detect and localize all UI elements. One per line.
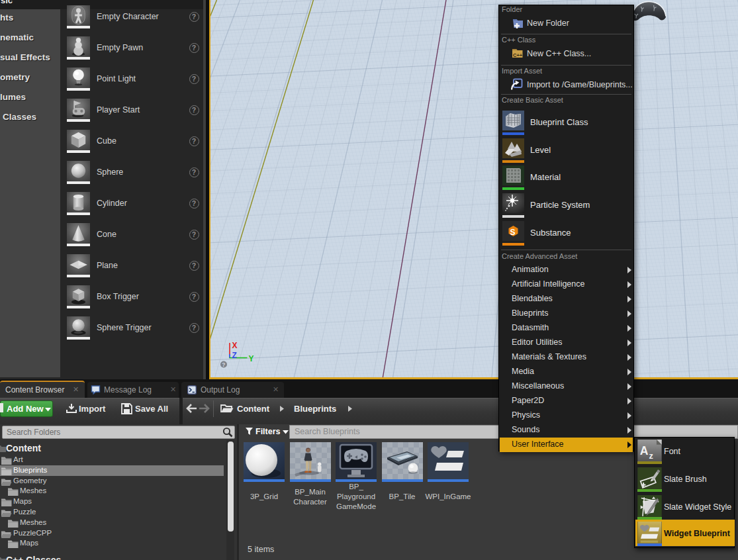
svg-text:z: z: [649, 451, 653, 461]
svg-text:X: X: [232, 341, 237, 350]
svg-text:?: ?: [222, 361, 225, 368]
svg-text:Y: Y: [248, 354, 254, 363]
svg-text:A: A: [640, 444, 649, 457]
svg-text:C++: C++: [513, 52, 523, 58]
svg-text:Z: Z: [232, 351, 236, 360]
svg-text:S: S: [510, 228, 516, 237]
